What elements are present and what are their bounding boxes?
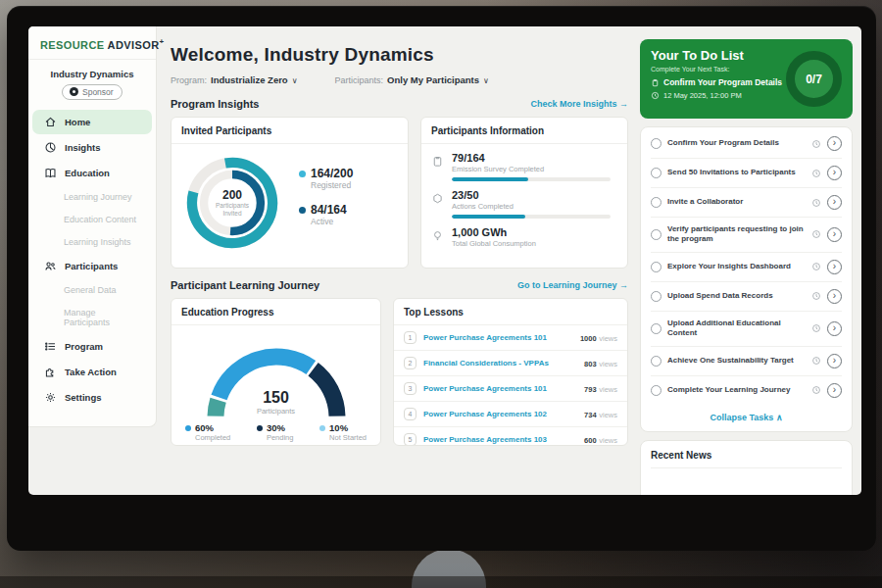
task-row[interactable]: Send 50 Invitations to Participants › (651, 159, 842, 188)
gauge-center-label: Participants (193, 407, 360, 416)
progress-bar (452, 215, 611, 219)
legend-label: Completed (195, 433, 230, 442)
task-checkbox[interactable] (651, 262, 662, 272)
sidebar-item-take-action[interactable]: Take Action (32, 360, 152, 384)
legend-not-started: 10% Not Started (319, 422, 367, 442)
task-label: Explore Your Insights Dashboard (667, 262, 806, 271)
recent-news-card: Recent News (640, 440, 853, 495)
sidebar-item-label: Settings (65, 392, 101, 403)
education-gauge-chart: 150 Participants (193, 331, 360, 416)
sidebar-item-insights[interactable]: Insights (32, 135, 152, 160)
legend-completed: 60% Completed (185, 422, 230, 442)
task-checkbox[interactable] (651, 138, 662, 149)
task-open-button[interactable]: › (827, 166, 842, 180)
task-checkbox[interactable] (651, 385, 662, 396)
todo-tasks-card: Confirm Your Program Details › Send 50 I… (640, 126, 853, 432)
sidebar-item-learning-insights[interactable]: Learning Insights (32, 231, 152, 253)
task-row[interactable]: Upload Additional Educational Content › (651, 312, 842, 347)
sidebar-item-label: Education Content (64, 215, 136, 224)
sponsor-badge[interactable]: Sponsor (62, 84, 122, 100)
sidebar-item-settings[interactable]: Settings (32, 385, 152, 410)
task-open-button[interactable]: › (827, 383, 842, 398)
sidebar-item-education[interactable]: Education (32, 161, 152, 185)
sidebar-item-home[interactable]: Home (32, 110, 152, 134)
collapse-tasks-link[interactable]: Collapse Tasks ∧ (651, 405, 842, 431)
task-checkbox[interactable] (651, 229, 662, 240)
task-open-button[interactable]: › (827, 354, 842, 368)
section-title: Participant Learning Journey (171, 279, 319, 291)
lesson-row[interactable]: 1 Power Purchase Agreements 101 1000 vie… (394, 325, 627, 351)
task-row[interactable]: Explore Your Insights Dashboard › (651, 253, 842, 282)
task-checkbox[interactable] (651, 168, 662, 178)
legend-label: Pending (267, 433, 294, 442)
task-checkbox[interactable] (651, 291, 662, 302)
clock-icon (811, 385, 821, 395)
todo-progress-value: 0/7 (806, 73, 822, 86)
sidebar-item-learning-journey[interactable]: Learning Journey (32, 186, 152, 208)
donut-center: 200 Participants Invited (177, 148, 287, 258)
lesson-title-link[interactable]: Power Purchase Agreements 101 (423, 384, 577, 393)
views-suffix: views (599, 334, 617, 343)
task-checkbox[interactable] (651, 356, 662, 367)
logo-text-secondary: ADVISOR (108, 39, 160, 51)
task-row[interactable]: Achieve One Sustainability Target › (651, 347, 842, 376)
task-open-button[interactable]: › (827, 321, 842, 336)
lesson-row[interactable]: 4 Power Purchase Agreements 102 734 view… (394, 402, 627, 427)
go-to-learning-journey-link[interactable]: Go to Learning Journey → (517, 280, 628, 290)
page-title: Welcome, Industry Dynamics (171, 44, 628, 66)
lesson-title-link[interactable]: Power Purchase Agreements 103 (423, 435, 577, 444)
sidebar-item-label: Take Action (65, 367, 117, 377)
lesson-row[interactable]: 3 Power Purchase Agreements 101 793 view… (394, 376, 627, 402)
lesson-row[interactable]: 5 Power Purchase Agreements 103 600 view… (394, 427, 627, 446)
lesson-title-link[interactable]: Financial Considerations - VPPAs (423, 359, 577, 368)
task-row[interactable]: Invite a Collaborator › (651, 188, 842, 218)
clock-icon (811, 323, 821, 333)
task-row[interactable]: Upload Spend Data Records › (651, 282, 842, 312)
task-open-button[interactable]: › (827, 136, 842, 151)
sidebar-item-participants[interactable]: Participants (32, 254, 152, 278)
task-row[interactable]: Verify participants requesting to join t… (651, 218, 842, 253)
task-label: Complete Your Learning Journey (667, 385, 806, 395)
legend-label: Active (311, 217, 353, 226)
participants-dropdown[interactable]: Participants:Only My Participants∨ (335, 74, 489, 85)
task-open-button[interactable]: › (827, 289, 842, 304)
sidebar-item-label: Home (65, 117, 90, 127)
lesson-views: 803 (584, 360, 597, 368)
todo-progress-ring: 0/7 (786, 51, 842, 107)
sidebar-item-program[interactable]: Program (32, 334, 152, 359)
task-row[interactable]: Confirm Your Program Details › (651, 129, 842, 159)
task-row[interactable]: Complete Your Learning Journey › (651, 376, 842, 405)
task-open-button[interactable]: › (827, 227, 842, 242)
program-dropdown[interactable]: Program:Industrialize Zero∨ (171, 74, 298, 85)
learning-journey-header: Participant Learning Journey Go to Learn… (171, 279, 628, 291)
link-label: Check More Insights (530, 99, 616, 109)
lesson-rank: 3 (404, 382, 416, 395)
stat-label: Emission Survey Completed (452, 165, 611, 173)
invited-donut-chart: 200 Participants Invited (177, 148, 287, 258)
collapse-label: Collapse Tasks (710, 413, 774, 422)
task-checkbox[interactable] (651, 197, 662, 208)
education-progress-card: Education Progress 150 Participants 60% … (171, 298, 381, 446)
book-icon (44, 167, 57, 179)
card-title: Top Lessons (394, 299, 627, 325)
lesson-views: 600 (584, 436, 597, 445)
sidebar-item-education-content[interactable]: Education Content (32, 209, 152, 230)
card-title: Invited Participants (172, 118, 408, 144)
sidebar: RESOURCE ADVISOR+ Industry Dynamics Spon… (28, 26, 157, 495)
lesson-title-link[interactable]: Power Purchase Agreements 102 (423, 410, 577, 418)
sidebar-item-label: Participants (65, 261, 118, 271)
gauge-center-value: 150 (193, 389, 360, 407)
lightbulb-icon (431, 229, 444, 242)
sidebar-item-general-data[interactable]: General Data (32, 279, 152, 301)
participants-label: Participants: (335, 75, 384, 85)
stat-actions: 23/50 Actions Completed (421, 181, 627, 219)
lesson-title-link[interactable]: Power Purchase Agreements 101 (423, 333, 573, 342)
task-checkbox[interactable] (651, 323, 662, 334)
puzzle-icon (44, 366, 57, 378)
task-open-button[interactable]: › (827, 195, 842, 210)
task-open-button[interactable]: › (827, 260, 842, 274)
sidebar-item-label: General Data (64, 285, 117, 295)
check-more-insights-link[interactable]: Check More Insights → (530, 99, 628, 109)
sidebar-item-manage-participants[interactable]: Manage Participants (32, 302, 152, 333)
lesson-row[interactable]: 2 Financial Considerations - VPPAs 803 v… (394, 351, 627, 376)
